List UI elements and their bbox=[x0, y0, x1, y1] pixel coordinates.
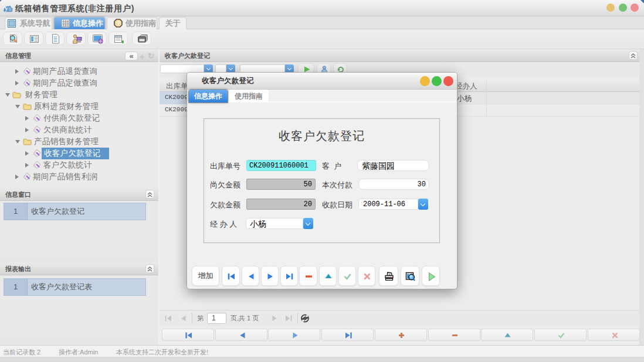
svg-text:?: ? bbox=[117, 20, 121, 27]
svg-text:y: y bbox=[5, 6, 8, 12]
